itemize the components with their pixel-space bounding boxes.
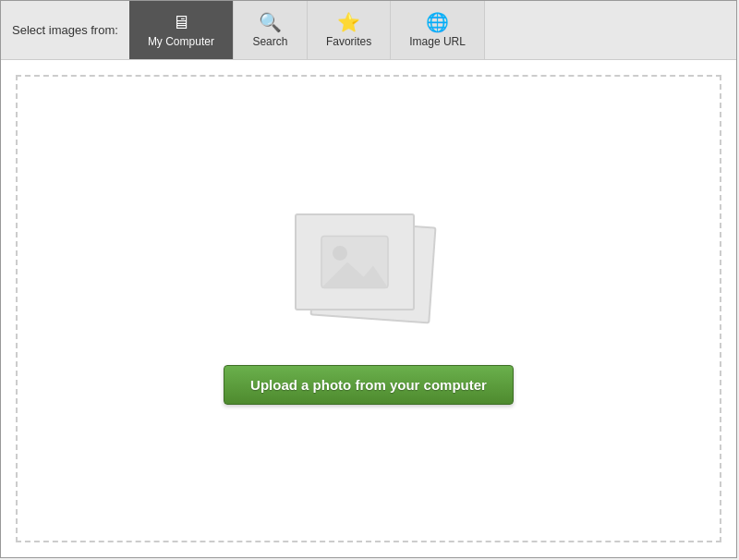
favorites-icon: ⭐ <box>337 13 360 31</box>
svg-point-1 <box>333 245 347 260</box>
tab-my-computer-label: My Computer <box>148 35 214 48</box>
tab-my-computer[interactable]: 🖥 My Computer <box>129 1 234 59</box>
tab-search-label: Search <box>252 35 287 48</box>
image-picker-window: Select images from: 🖥 My Computer 🔍 Sear… <box>0 0 737 558</box>
content-area: Upload a photo from your computer <box>1 60 736 557</box>
tab-image-url[interactable]: 🌐 Image URL <box>391 1 485 59</box>
tab-favorites[interactable]: ⭐ Favorites <box>308 1 391 59</box>
tab-favorites-label: Favorites <box>326 35 371 48</box>
search-icon: 🔍 <box>259 13 282 31</box>
upload-button[interactable]: Upload a photo from your computer <box>224 365 514 405</box>
image-placeholder-icon <box>295 213 442 343</box>
my-computer-icon: 🖥 <box>172 13 190 31</box>
tab-image-url-label: Image URL <box>409 35 466 48</box>
tab-search[interactable]: 🔍 Search <box>234 1 308 59</box>
image-url-icon: 🌐 <box>426 13 449 31</box>
placeholder-svg <box>318 232 392 292</box>
tab-bar: Select images from: 🖥 My Computer 🔍 Sear… <box>1 1 736 60</box>
tabs-container: 🖥 My Computer 🔍 Search ⭐ Favorites 🌐 Ima… <box>129 1 485 59</box>
image-stack-front <box>295 213 415 310</box>
drop-zone[interactable]: Upload a photo from your computer <box>16 75 721 542</box>
select-images-label: Select images from: <box>1 23 129 37</box>
